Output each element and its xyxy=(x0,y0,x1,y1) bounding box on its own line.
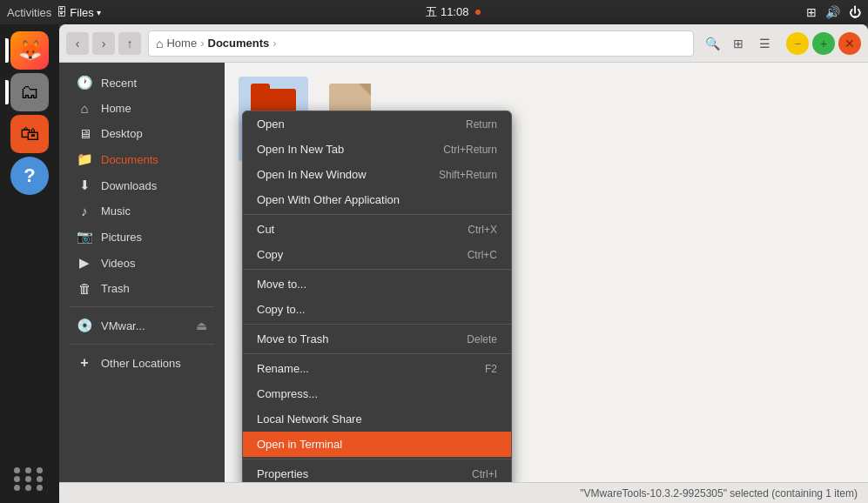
ctx-sep-4 xyxy=(243,353,511,354)
ctx-properties-shortcut: Ctrl+I xyxy=(472,468,497,480)
network-icon[interactable]: ⊞ xyxy=(806,5,817,19)
sidebar-label-videos: Videos xyxy=(101,257,136,270)
launcher-help[interactable]: ? xyxy=(10,157,49,195)
ctx-rename[interactable]: Rename... F2 xyxy=(243,356,511,381)
desktop-icon: 🖥 xyxy=(77,126,92,141)
ctx-cut-shortcut: Ctrl+X xyxy=(468,224,497,236)
trash-icon: 🗑 xyxy=(77,281,92,296)
eject-icon[interactable]: ⏏ xyxy=(196,319,207,332)
ctx-sep-5 xyxy=(243,459,511,459)
sound-icon[interactable]: 🔊 xyxy=(825,5,840,19)
clock: 五 11:08 xyxy=(426,4,468,20)
ctx-open-new-tab-label: Open In New Tab xyxy=(257,143,344,156)
sidebar: 🕐 Recent ⌂ Home 🖥 Desktop 📁 Documents ⬇ … xyxy=(59,63,225,482)
activities-label[interactable]: Activities xyxy=(7,6,51,19)
files-menu-icon: 🗄 xyxy=(57,6,67,18)
breadcrumb: ⌂ Home › Documents › xyxy=(148,30,694,57)
sidebar-item-home[interactable]: ⌂ Home xyxy=(63,96,221,121)
ctx-local-share[interactable]: Local Network Share xyxy=(243,406,511,432)
ctx-cut-label: Cut xyxy=(257,223,274,236)
sidebar-label-recent: Recent xyxy=(101,77,137,90)
launcher-show-apps[interactable] xyxy=(12,461,47,496)
sidebar-label-pictures: Pictures xyxy=(101,231,142,244)
sidebar-item-documents[interactable]: 📁 Documents xyxy=(63,146,221,172)
status-text: "VMwareTools-10.3.2-9925305" selected (c… xyxy=(580,487,858,500)
ctx-open-terminal-label: Open in Terminal xyxy=(257,438,342,451)
apps-dot xyxy=(37,485,43,491)
back-button[interactable]: ‹ xyxy=(66,32,89,55)
ctx-open-terminal[interactable]: Open in Terminal xyxy=(243,432,511,457)
ctx-move-to[interactable]: Move to... xyxy=(243,272,511,297)
ctx-open-new-window[interactable]: Open In New Window Shift+Return xyxy=(243,162,511,187)
statusbar: "VMwareTools-10.3.2-9925305" selected (c… xyxy=(59,482,868,503)
sidebar-item-vmware[interactable]: 💿 VMwar... ⏏ xyxy=(63,312,221,339)
sidebar-label-home: Home xyxy=(101,102,131,115)
sidebar-label-other: Other Locations xyxy=(101,357,181,370)
power-icon[interactable]: ⏻ xyxy=(849,5,861,19)
sidebar-item-desktop[interactable]: 🖥 Desktop xyxy=(63,121,221,146)
sidebar-item-other-locations[interactable]: + Other Locations xyxy=(63,350,221,376)
sidebar-divider-2 xyxy=(70,344,214,345)
vmware-icon: 💿 xyxy=(77,318,92,333)
sidebar-item-music[interactable]: ♪ Music xyxy=(63,198,221,224)
ctx-move-trash[interactable]: Move to Trash Delete xyxy=(243,326,511,352)
more-menu-button[interactable]: ☰ xyxy=(753,32,776,55)
breadcrumb-separator: › xyxy=(200,37,204,50)
ctx-rename-label: Rename... xyxy=(257,362,309,375)
ctx-copy-to[interactable]: Copy to... xyxy=(243,297,511,322)
pictures-icon: 📷 xyxy=(77,229,92,245)
up-button[interactable]: ↑ xyxy=(118,32,141,55)
sidebar-item-trash[interactable]: 🗑 Trash xyxy=(63,276,221,301)
ctx-open-new-window-label: Open In New Window xyxy=(257,168,367,181)
breadcrumb-home[interactable]: Home xyxy=(166,37,197,50)
launcher-firefox[interactable]: 🦊 xyxy=(10,31,49,70)
sidebar-item-recent[interactable]: 🕐 Recent xyxy=(63,70,221,96)
sidebar-label-vmware: VMwar... xyxy=(101,319,145,332)
apps-dot xyxy=(14,467,20,473)
apps-dot xyxy=(25,476,31,482)
ctx-compress[interactable]: Compress... xyxy=(243,381,511,406)
downloads-icon: ⬇ xyxy=(77,178,92,193)
ctx-properties[interactable]: Properties Ctrl+I xyxy=(243,461,511,482)
apps-dot xyxy=(37,467,43,473)
ctx-cut[interactable]: Cut Ctrl+X xyxy=(243,217,511,242)
ctx-rename-shortcut: F2 xyxy=(485,363,497,375)
view-toggle-button[interactable]: ⊞ xyxy=(727,32,750,55)
sidebar-item-videos[interactable]: ▶ Videos xyxy=(63,250,221,276)
ctx-open[interactable]: Open Return xyxy=(243,111,511,137)
ctx-open-with[interactable]: Open With Other Application xyxy=(243,187,511,212)
recent-icon: 🕐 xyxy=(77,75,92,91)
main-area: 🕐 Recent ⌂ Home 🖥 Desktop 📁 Documents ⬇ … xyxy=(59,63,868,482)
ctx-sep-2 xyxy=(243,269,511,270)
ctx-move-trash-shortcut: Delete xyxy=(467,333,497,345)
ctx-properties-label: Properties xyxy=(257,467,308,480)
sidebar-item-pictures[interactable]: 📷 Pictures xyxy=(63,224,221,250)
ctx-open-new-window-shortcut: Shift+Return xyxy=(439,169,497,181)
apps-dot xyxy=(37,476,43,482)
sidebar-label-trash: Trash xyxy=(101,282,130,295)
forward-button[interactable]: › xyxy=(92,32,115,55)
sidebar-label-music: Music xyxy=(101,205,131,218)
videos-icon: ▶ xyxy=(77,255,92,271)
minimize-button[interactable]: − xyxy=(786,32,809,55)
launcher-software[interactable]: 🛍 xyxy=(10,115,49,153)
ctx-move-to-label: Move to... xyxy=(257,278,306,291)
sidebar-item-downloads[interactable]: ⬇ Downloads xyxy=(63,172,221,198)
files-menu[interactable]: 🗄 Files ▾ xyxy=(57,6,100,19)
home-icon: ⌂ xyxy=(156,37,163,50)
maximize-button[interactable]: + xyxy=(812,32,835,55)
home-icon: ⌂ xyxy=(77,101,92,116)
ctx-copy[interactable]: Copy Ctrl+C xyxy=(243,242,511,267)
search-button[interactable]: 🔍 xyxy=(701,32,723,55)
launcher-files[interactable]: 🗂 xyxy=(10,73,49,111)
ctx-open-new-tab-shortcut: Ctrl+Return xyxy=(443,144,497,156)
topbar: Activities 🗄 Files ▾ 五 11:08 ⊞ 🔊 ⏻ xyxy=(0,0,868,24)
ctx-copy-label: Copy xyxy=(257,248,283,261)
ctx-open-with-label: Open With Other Application xyxy=(257,193,400,206)
apps-dot xyxy=(25,467,31,473)
close-button[interactable]: ✕ xyxy=(838,32,861,55)
ctx-open-new-tab[interactable]: Open In New Tab Ctrl+Return xyxy=(243,137,511,162)
files-menu-caret: ▾ xyxy=(97,8,101,17)
breadcrumb-current[interactable]: Documents xyxy=(208,37,270,50)
sidebar-divider xyxy=(70,306,214,307)
